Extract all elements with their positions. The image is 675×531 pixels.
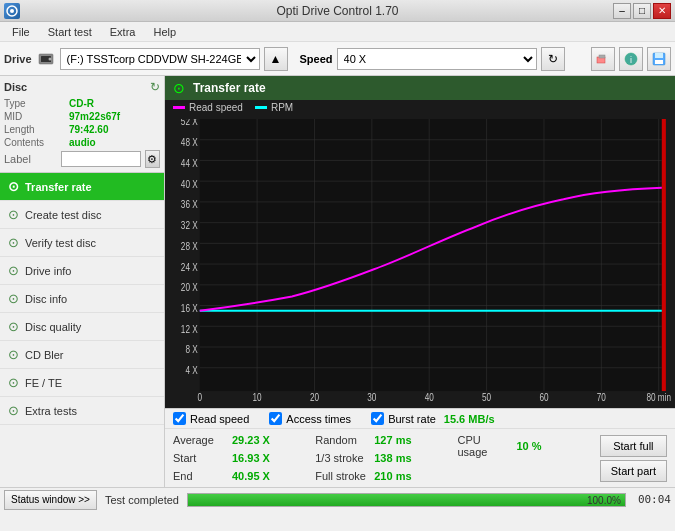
svg-rect-6 [599, 55, 605, 58]
svg-text:10: 10 [253, 393, 262, 404]
col4: Start full Start part [600, 432, 667, 484]
sidebar-item-create-test-disc[interactable]: ⊙ Create test disc [0, 201, 164, 229]
fe-te-icon: ⊙ [8, 375, 19, 390]
svg-text:50: 50 [482, 393, 491, 404]
drive-icon [36, 49, 56, 69]
disc-refresh-icon[interactable]: ↻ [150, 80, 160, 94]
sidebar-item-extra-tests[interactable]: ⊙ Extra tests [0, 397, 164, 425]
stats-rows: Average 29.23 X Start 16.93 X End 40.95 … [165, 429, 675, 487]
cpu-usage-label: CPU usage [458, 434, 513, 458]
disc-info-icon: ⊙ [8, 291, 19, 306]
read-speed-checkbox[interactable] [173, 412, 186, 425]
speed-select[interactable]: 40 X [337, 48, 537, 70]
svg-text:12 X: 12 X [181, 324, 199, 335]
svg-text:20 X: 20 X [181, 282, 199, 293]
nav-list: ⊙ Transfer rate ⊙ Create test disc ⊙ Ver… [0, 173, 164, 425]
sidebar-item-transfer-rate[interactable]: ⊙ Transfer rate [0, 173, 164, 201]
checkboxes-row: Read speed Access times Burst rate 15.6 … [165, 409, 675, 429]
svg-text:20: 20 [310, 393, 319, 404]
svg-text:28 X: 28 X [181, 241, 199, 252]
chart-title: Transfer rate [193, 81, 266, 95]
rpm-legend-color [255, 106, 267, 109]
chart-svg: 52 X 48 X 44 X 40 X 36 X 32 X 28 X 24 X … [169, 119, 671, 404]
status-window-button[interactable]: Status window >> [4, 490, 97, 510]
progress-text: 100.0% [587, 494, 621, 505]
col3: CPU usage 10 % [458, 432, 600, 484]
drive-select[interactable]: (F:) TSSTcorp CDDVDW SH-224GB SB00 [60, 48, 260, 70]
menu-start-test[interactable]: Start test [40, 24, 100, 40]
cpu-usage-value: 10 % [517, 440, 567, 452]
svg-text:70: 70 [597, 393, 606, 404]
main-content: Disc ↻ Type CD-R MID 97m22s67f Length 79… [0, 76, 675, 487]
transfer-rate-icon: ⊙ [8, 179, 19, 194]
create-test-disc-label: Create test disc [25, 209, 101, 221]
window-controls: – □ ✕ [613, 3, 671, 19]
drive-label: Drive [4, 53, 32, 65]
end-value: 40.95 X [232, 470, 282, 482]
full-stroke-label: Full stroke [315, 470, 370, 482]
svg-text:48 X: 48 X [181, 137, 199, 148]
svg-text:30: 30 [367, 393, 376, 404]
close-button[interactable]: ✕ [653, 3, 671, 19]
svg-point-4 [48, 57, 51, 60]
svg-text:32 X: 32 X [181, 220, 199, 231]
create-test-disc-icon: ⊙ [8, 207, 19, 222]
save-button[interactable] [647, 47, 671, 71]
contents-label: Contents [4, 137, 69, 148]
drive-info-label: Drive info [25, 265, 71, 277]
sidebar-item-disc-info[interactable]: ⊙ Disc info [0, 285, 164, 313]
length-value: 79:42.60 [69, 124, 108, 135]
eject-button[interactable]: ▲ [264, 47, 288, 71]
menu-extra[interactable]: Extra [102, 24, 144, 40]
menu-file[interactable]: File [4, 24, 38, 40]
sidebar-item-cd-bler[interactable]: ⊙ CD Bler [0, 341, 164, 369]
label-settings-button[interactable]: ⚙ [145, 150, 160, 168]
disc-info-label: Disc info [25, 293, 67, 305]
svg-text:40: 40 [425, 393, 434, 404]
burst-rate-checkbox[interactable] [371, 412, 384, 425]
toolbar: Drive (F:) TSSTcorp CDDVDW SH-224GB SB00… [0, 42, 675, 76]
verify-test-disc-label: Verify test disc [25, 237, 96, 249]
svg-text:40 X: 40 X [181, 179, 199, 190]
disc-quality-icon: ⊙ [8, 319, 19, 334]
start-part-button[interactable]: Start part [600, 460, 667, 482]
status-text: Test completed [105, 494, 179, 506]
label-input[interactable] [61, 151, 141, 167]
refresh-button[interactable]: ↻ [541, 47, 565, 71]
extra-tests-label: Extra tests [25, 405, 77, 417]
chart-header-icon: ⊙ [173, 80, 185, 96]
menu-bar: File Start test Extra Help [0, 22, 675, 42]
svg-text:80 min: 80 min [646, 393, 671, 404]
verify-test-disc-icon: ⊙ [8, 235, 19, 250]
average-label: Average [173, 434, 228, 446]
start-value: 16.93 X [232, 452, 282, 464]
progress-bar-container: 100.0% [187, 493, 626, 507]
disc-quality-label: Disc quality [25, 321, 81, 333]
start-label: Start [173, 452, 228, 464]
svg-text:0: 0 [197, 393, 202, 404]
rpm-legend-label: RPM [271, 102, 293, 113]
svg-text:24 X: 24 X [181, 262, 199, 273]
read-speed-legend-label: Read speed [189, 102, 243, 113]
cd-bler-label: CD Bler [25, 349, 64, 361]
start-full-button[interactable]: Start full [600, 435, 667, 457]
disc-section-title: Disc [4, 81, 27, 93]
transfer-rate-label: Transfer rate [25, 181, 92, 193]
svg-rect-13 [662, 119, 666, 391]
maximize-button[interactable]: □ [633, 3, 651, 19]
type-label: Type [4, 98, 69, 109]
sidebar-item-fe-te[interactable]: ⊙ FE / TE [0, 369, 164, 397]
mid-value: 97m22s67f [69, 111, 120, 122]
info-button[interactable]: i [619, 47, 643, 71]
sidebar-item-drive-info[interactable]: ⊙ Drive info [0, 257, 164, 285]
svg-text:8 X: 8 X [185, 345, 198, 356]
minimize-button[interactable]: – [613, 3, 631, 19]
sidebar-item-disc-quality[interactable]: ⊙ Disc quality [0, 313, 164, 341]
burst-rate-checkbox-label: Burst rate [388, 413, 436, 425]
access-times-checkbox[interactable] [269, 412, 282, 425]
sidebar-item-verify-test-disc[interactable]: ⊙ Verify test disc [0, 229, 164, 257]
type-value: CD-R [69, 98, 94, 109]
speed-label: Speed [300, 53, 333, 65]
erase-button[interactable] [591, 47, 615, 71]
menu-help[interactable]: Help [145, 24, 184, 40]
